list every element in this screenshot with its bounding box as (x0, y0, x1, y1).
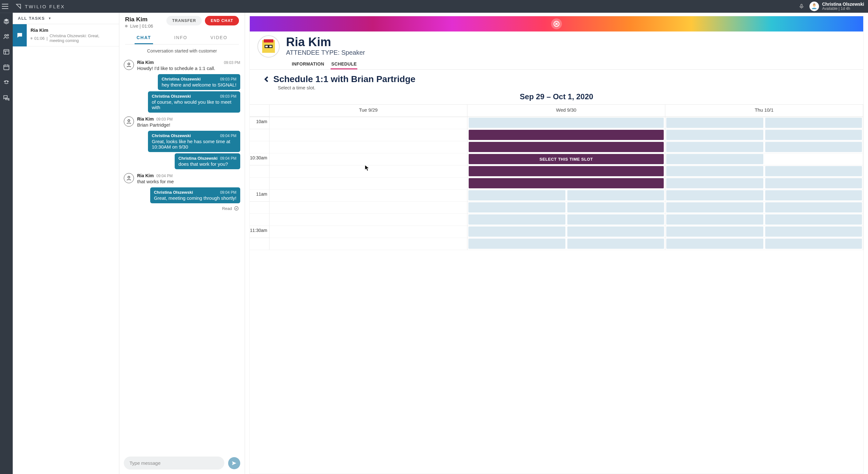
nav-people-icon[interactable] (3, 33, 10, 40)
svg-rect-15 (264, 39, 273, 43)
time-slot[interactable] (666, 166, 763, 176)
message-sender: Ria Kim (137, 173, 154, 178)
message-time: 09:04 PM (220, 156, 237, 161)
nav-layers-icon[interactable] (3, 18, 10, 25)
task-preview: Christina Olszewski: Great, meeting comi… (50, 33, 115, 43)
time-slot-booked[interactable] (469, 166, 664, 176)
message-time: 09:04 PM (156, 174, 173, 178)
microphone-icon[interactable] (799, 3, 804, 9)
time-slot[interactable] (666, 190, 763, 200)
time-slot[interactable] (765, 226, 862, 237)
time-slot[interactable] (666, 214, 763, 225)
message-input[interactable] (124, 456, 224, 470)
schedule-subtitle: Select a time slot. (250, 85, 863, 90)
time-slot-booked[interactable] (469, 130, 664, 140)
time-slot[interactable] (765, 214, 862, 225)
svg-point-8 (7, 82, 8, 82)
time-slot[interactable] (666, 202, 763, 213)
transfer-button[interactable]: TRANSFER (166, 16, 202, 26)
message-bubble: Christina Olszewski 09:03 PM hey there a… (158, 74, 240, 90)
time-slot-booked[interactable] (469, 178, 664, 188)
task-title: Ria Kim (31, 27, 115, 33)
time-slot[interactable] (468, 226, 565, 237)
day-header: Wed 9/30 (467, 105, 665, 117)
crm-tab-information[interactable]: INFORMATION (291, 60, 325, 69)
menu-icon[interactable] (2, 2, 11, 11)
end-chat-button[interactable]: END CHAT (205, 16, 239, 26)
crm-tab-schedule[interactable]: SCHEDULE (331, 60, 357, 69)
customer-avatar-icon (124, 173, 134, 183)
task-filter-dropdown[interactable]: ALL TASKS ▼ (13, 13, 119, 24)
nav-calendar-icon[interactable] (3, 63, 10, 71)
time-slot-booked[interactable] (469, 142, 664, 152)
time-slot[interactable] (567, 190, 664, 200)
task-time: 01:06 (34, 36, 45, 41)
task-channel-chat-icon (13, 24, 27, 46)
time-slot[interactable] (666, 118, 763, 128)
time-label: 11am (250, 190, 270, 202)
message-sender: Ria Kim (137, 117, 154, 122)
send-button[interactable] (228, 457, 240, 469)
message-time: 09:03 PM (156, 117, 173, 122)
select-time-slot-button[interactable]: SELECT THIS TIME SLOT (469, 154, 664, 164)
svg-point-10 (128, 120, 130, 122)
time-slot[interactable] (469, 118, 664, 128)
svg-rect-5 (4, 50, 9, 54)
message-text: of course, who would you like to meet wi… (152, 99, 237, 110)
task-filter-label: ALL TASKS (18, 16, 45, 21)
time-slot[interactable] (666, 226, 763, 237)
nav-chats-icon[interactable] (3, 94, 10, 101)
svg-point-2 (813, 4, 815, 7)
time-slot[interactable] (567, 239, 664, 249)
time-slot[interactable] (765, 166, 862, 176)
conversation-status-dot-icon (125, 25, 128, 27)
svg-rect-18 (270, 46, 272, 48)
customer-avatar-icon (124, 117, 134, 127)
time-slot[interactable] (666, 154, 763, 164)
time-slot[interactable] (468, 190, 565, 200)
nav-support-icon[interactable] (3, 78, 10, 86)
nav-dashboard-icon[interactable] (3, 48, 10, 56)
time-slot[interactable] (765, 118, 862, 128)
message-text: Howdy! I'd like to schedule a 1:1 call. (137, 66, 240, 71)
time-slot[interactable] (666, 178, 763, 188)
tab-info[interactable]: INFO (172, 32, 189, 44)
conversation-status: Live | 01:06 (130, 24, 153, 29)
task-item[interactable]: Ria Kim 01:06 | Christina Olszewski: Gre… (13, 24, 119, 46)
svg-point-9 (128, 63, 130, 65)
time-slot[interactable] (765, 239, 862, 249)
chevron-left-icon (262, 75, 271, 83)
time-slot[interactable] (666, 239, 763, 249)
tab-chat[interactable]: CHAT (134, 32, 153, 44)
time-slot[interactable] (567, 214, 664, 225)
time-slot[interactable] (468, 202, 565, 213)
side-nav (0, 13, 13, 474)
time-slot[interactable] (666, 142, 763, 152)
back-button[interactable] (262, 75, 271, 83)
time-slot[interactable] (468, 239, 565, 249)
time-slot[interactable] (567, 226, 664, 237)
send-icon (231, 460, 237, 466)
time-slot[interactable] (765, 190, 862, 200)
user-menu[interactable]: Christina Olszewski Available | 1d 4h (809, 2, 864, 11)
time-label: 10:30am (250, 153, 270, 165)
conversation-started-notice: Conversation started with customer (124, 46, 240, 59)
message-sender: Christina Olszewski (152, 94, 191, 99)
message-time: 09:03 PM (224, 60, 240, 65)
time-slot[interactable] (765, 142, 862, 152)
brand: TWILIO FLEX (15, 3, 65, 9)
message-text: that works for me (137, 179, 240, 184)
time-slot[interactable] (468, 214, 565, 225)
time-slot[interactable] (765, 130, 862, 140)
time-slot[interactable] (765, 178, 862, 188)
brand-text: TWILIO FLEX (25, 4, 65, 9)
time-slot[interactable] (567, 202, 664, 213)
time-slot[interactable] (765, 202, 862, 213)
time-slot[interactable] (666, 130, 763, 140)
attendee-type: ATTENDEE TYPE: Speaker (286, 49, 365, 56)
day-header: Thu 10/1 (665, 105, 863, 117)
schedule-title: Schedule 1:1 with Brian Partridge (273, 74, 415, 84)
message-time: 09:04 PM (220, 134, 237, 138)
attendee-avatar-icon (257, 35, 280, 58)
tab-video[interactable]: VIDEO (209, 32, 229, 44)
